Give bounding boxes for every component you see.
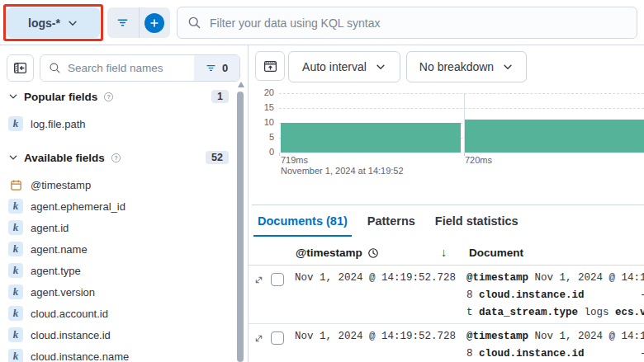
plus-circle-icon [144, 13, 164, 33]
document-cell[interactable]: @timestamp Nov 1, 2024 @ 14:18 cloud.ins… [466, 328, 644, 362]
field-sections: Popular fields?1klog.file.pathAvailable … [0, 87, 235, 362]
x-axis-date-label: November 1, 2024 at 14:19:52 [281, 166, 404, 176]
y-tick-label: 20 [264, 87, 274, 97]
keyword-type-icon: k [8, 263, 23, 278]
row-timestamp: Nov 1, 2024 @ 14:19:52.728 [295, 272, 456, 284]
documents-table-header: @timestamp ↓ Document [249, 243, 644, 266]
field-search-input[interactable] [68, 62, 186, 74]
field-item[interactable]: kagent.type [0, 260, 235, 281]
y-tick-label: 10 [264, 117, 274, 127]
field-name: cloud.instance.name [31, 350, 129, 362]
help-icon[interactable]: ? [103, 92, 114, 102]
expand-row-icon [253, 275, 264, 285]
field-item[interactable]: kcloud.instance.name [0, 346, 235, 362]
tab-patterns[interactable]: Patterns [363, 214, 419, 237]
document-cell[interactable]: @timestamp Nov 1, 2024 @ 14:18 cloud.ins… [466, 270, 644, 322]
expand-row-icon [253, 333, 264, 344]
field-name: @timestamp [31, 179, 91, 191]
section-header-popular-fields[interactable]: Popular fields?1 [0, 87, 235, 106]
field-name: agent.name [31, 243, 88, 256]
keyword-type-icon: k [8, 116, 23, 131]
expand-document-button[interactable] [253, 274, 264, 289]
document-summary-line: @timestamp Nov 1, 2024 @ 14:1 [466, 328, 644, 346]
gridline [279, 108, 644, 109]
tab-field-statistics[interactable]: Field statistics [431, 214, 523, 237]
search-icon [187, 16, 201, 30]
result-tabs: Documents (81)PatternsField statistics [253, 214, 534, 237]
histogram-bar[interactable] [281, 123, 461, 153]
field-name: log.file.path [31, 118, 86, 130]
chevron-down-icon [502, 61, 514, 73]
expand-document-button[interactable] [253, 332, 264, 347]
filter-icon [116, 16, 129, 29]
select-row-checkbox[interactable] [271, 331, 284, 345]
svg-text:?: ? [107, 92, 111, 100]
chevron-down-icon [8, 92, 18, 101]
auto-interval-dropdown[interactable]: Auto interval [288, 51, 400, 82]
search-icon [49, 62, 61, 74]
scrollbar-up-arrow[interactable] [238, 82, 244, 87]
field-item[interactable]: kcloud.instance.id [0, 324, 235, 346]
breakdown-label: No breakdown [419, 60, 494, 73]
field-name: agent.version [31, 286, 95, 299]
section-label: Available fields [24, 152, 105, 164]
table-row: Nov 1, 2024 @ 14:19:52.728@timestamp Nov… [249, 266, 644, 324]
help-icon[interactable]: ? [111, 153, 121, 163]
collapse-sidebar-button[interactable] [7, 54, 34, 82]
fields-sidebar: 0 Popular fields?1klog.file.pathAvailabl… [0, 45, 249, 362]
panel-divider [252, 205, 644, 205]
collapse-panel-icon [13, 61, 27, 75]
keyword-type-icon: k [8, 306, 23, 321]
section-fields: klog.file.path [0, 113, 235, 134]
document-summary-line: @timestamp Nov 1, 2024 @ 14:1 [466, 270, 644, 287]
section-header-available-fields[interactable]: Available fields?52 [0, 148, 235, 167]
field-item[interactable]: kagent.id [0, 217, 235, 238]
main-panel: Auto interval No breakdown 05101520 719m… [249, 45, 644, 362]
timestamp-column-header[interactable]: @timestamp [296, 247, 379, 259]
keyword-type-icon: k [8, 349, 23, 362]
saved-filters-button[interactable] [107, 7, 139, 38]
table-row: Nov 1, 2024 @ 14:19:52.728@timestamp Nov… [249, 324, 644, 362]
chevron-down-icon [375, 61, 386, 73]
filter-button-group [107, 7, 170, 38]
field-item[interactable]: kagent.name [0, 238, 235, 260]
histogram-bar[interactable] [465, 120, 644, 153]
histogram-plot [279, 93, 644, 153]
discover-app: logs-* [0, 0, 644, 362]
keyword-type-icon: k [8, 199, 23, 214]
keyword-type-icon: k [8, 242, 23, 256]
kql-query-input[interactable] [210, 16, 627, 30]
field-filter-toggle[interactable]: 0 [194, 55, 239, 81]
field-item[interactable]: klog.file.path [0, 113, 235, 134]
x-tick-label: 719ms [281, 155, 308, 165]
section-count-badge: 1 [211, 90, 229, 103]
sidebar-scrollbar[interactable] [237, 92, 244, 362]
field-search-box: 0 [40, 54, 240, 82]
data-view-picker-button[interactable]: logs-* [7, 7, 100, 38]
field-filter-count: 0 [222, 62, 228, 74]
field-item[interactable]: @timestamp [0, 174, 235, 195]
sort-descending-icon[interactable]: ↓ [441, 246, 447, 259]
field-name: cloud.account.id [31, 308, 108, 320]
chevron-down-icon [67, 17, 78, 29]
data-view-label: logs-* [28, 16, 60, 30]
top-bar: logs-* [0, 0, 644, 45]
select-row-checkbox[interactable] [271, 273, 284, 286]
add-filter-button[interactable] [139, 7, 171, 38]
tab-documents-81-[interactable]: Documents (81) [253, 214, 352, 237]
histogram-y-axis: 05101520 [249, 45, 274, 202]
histogram-x-axis: 719ms720msNovember 1, 2024 at 14:19:52 [279, 155, 644, 181]
date-type-icon [8, 179, 23, 191]
field-item[interactable]: kcloud.account.id [0, 303, 235, 324]
kql-query-bar[interactable] [177, 7, 637, 39]
filter-icon [206, 63, 216, 73]
field-item[interactable]: kagent.ephemeral_id [0, 195, 235, 217]
documents-table-body: Nov 1, 2024 @ 14:19:52.728@timestamp Nov… [249, 266, 644, 362]
field-item[interactable]: kagent.version [0, 281, 235, 303]
clock-icon [367, 247, 379, 259]
section-count-badge: 52 [206, 151, 229, 164]
breakdown-dropdown[interactable]: No breakdown [406, 51, 527, 82]
document-summary-line: t data_stream.type logs ecs.v [466, 304, 644, 322]
row-timestamp: Nov 1, 2024 @ 14:19:52.728 [295, 331, 456, 342]
auto-interval-label: Auto interval [302, 60, 367, 73]
